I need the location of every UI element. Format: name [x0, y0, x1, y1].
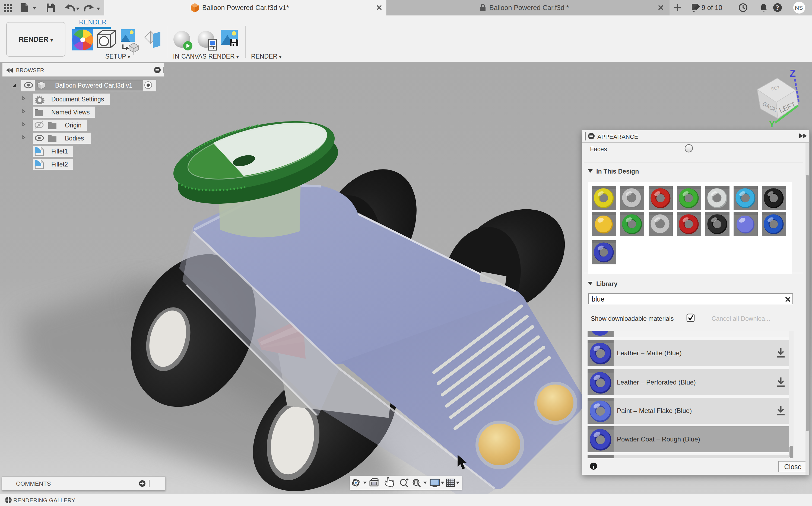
- svg-text:NS: NS: [795, 5, 803, 11]
- svg-text:Y: Y: [769, 119, 775, 129]
- svg-text:9 of 10: 9 of 10: [702, 4, 722, 11]
- svg-text:?: ?: [776, 4, 779, 12]
- svg-text:i: i: [593, 463, 595, 470]
- svg-text:Z: Z: [790, 68, 796, 79]
